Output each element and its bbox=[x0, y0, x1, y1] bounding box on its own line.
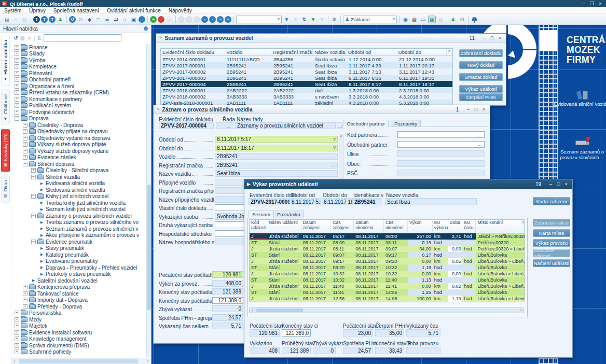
collapse-icon[interactable]: − bbox=[31, 175, 36, 179]
nov-doklad-button[interactable]: Nový doklad bbox=[459, 61, 503, 69]
desktop-icon-seznam-zaznamu[interactable]: Seznam záznamů o provozu silničních ... bbox=[553, 134, 606, 160]
expand-icon[interactable]: + bbox=[15, 58, 19, 63]
lookup-icon[interactable]: … bbox=[330, 154, 336, 159]
column-header-mj-v-konu[interactable]: MJ výkonu bbox=[433, 220, 448, 233]
tree-refresh-icon[interactable]: ↺ bbox=[13, 35, 18, 41]
v-kon-za-provoz-field[interactable]: 408,00 bbox=[212, 280, 243, 287]
collapse-icon[interactable]: − bbox=[23, 162, 27, 166]
maximize-button[interactable]: □ bbox=[473, 107, 479, 112]
tree-item[interactable]: +Importy dat - Doprava bbox=[12, 297, 151, 304]
tree-item[interactable]: +Evidence zásilek bbox=[12, 155, 151, 161]
zobrazen-dokladu-button[interactable]: Zobrazení dokladu bbox=[459, 49, 503, 57]
karta-m-sta-button[interactable]: Karta místa bbox=[533, 229, 570, 237]
event-row[interactable]: STStání08.11.201708:0008.11.201708:110,1… bbox=[250, 240, 525, 246]
tree-item[interactable]: ▶Doprava - Pneumatiky - Přehled vozidel bbox=[12, 264, 151, 271]
minimize-button[interactable]: – bbox=[580, 1, 587, 6]
tree-item[interactable]: ▶Katalog pneumatik bbox=[12, 251, 151, 258]
vyk-zan-as-celkem-field[interactable]: 5,71 bbox=[212, 323, 243, 329]
tree-item[interactable]: ▶Sledovaná silniční vozidla bbox=[12, 187, 151, 193]
v-kaz-provozu-button[interactable]: Výkaz provozu bbox=[533, 239, 570, 247]
window-controls[interactable]: –□× bbox=[481, 35, 503, 40]
lookup-icon[interactable]: … bbox=[477, 142, 483, 147]
tree-item[interactable]: +Přehledy - Doprava bbox=[12, 303, 151, 310]
expand-icon[interactable]: + bbox=[31, 168, 36, 173]
menu-pravy[interactable]: Úpravy bbox=[29, 8, 46, 13]
obdob-do-field[interactable]: 8.11.2017 18:17ᐯ bbox=[215, 145, 338, 151]
erp-n-phm-field[interactable]: 35,00 bbox=[375, 329, 404, 337]
event-row[interactable]: STStání08.11.201710:3208.11.201711:401,1… bbox=[250, 277, 525, 283]
tree-item[interactable]: +Kontejnerová přeprava bbox=[12, 284, 151, 291]
chevron-down-icon[interactable]: ᐯ bbox=[333, 146, 336, 150]
window-icon[interactable]: □ bbox=[94, 16, 102, 23]
event-row[interactable]: JJízda služební08.11.201705:1708.11.2017… bbox=[250, 233, 525, 240]
tab-pozn-mky[interactable]: Poznámky bbox=[391, 120, 421, 127]
tree-item[interactable]: +Publikační systém bbox=[12, 103, 151, 109]
kone-n-stav-c-lov-field[interactable]: 121 389,0 bbox=[282, 329, 311, 337]
scroll-up-icon[interactable]: ᐱ bbox=[447, 49, 452, 55]
monitor-icon[interactable]: ▭ bbox=[419, 16, 427, 23]
tree-item[interactable]: +Správa dokumentů (DMS) bbox=[12, 342, 151, 349]
context-help-icon[interactable]: ? bbox=[49, 16, 56, 23]
tree-item[interactable]: +Evidence instalací softwaru bbox=[12, 329, 151, 336]
event-row[interactable]: JJízda služební08.11.201712:5608.11.2017… bbox=[250, 296, 525, 302]
scroll-left-icon[interactable]: ‹ bbox=[11, 359, 18, 363]
tree-item[interactable]: +Kompletace bbox=[12, 64, 151, 71]
k-d-partnera-field[interactable]: … bbox=[397, 131, 485, 138]
tree-item[interactable]: +Obchodní partneři bbox=[12, 77, 151, 83]
minimize-button[interactable]: – bbox=[481, 35, 488, 40]
column-header-k-d-ud-losti[interactable]: Kód události bbox=[250, 220, 267, 233]
table-row[interactable]: ZPVV-2017-0000032B952412B95241Seat Ibiza… bbox=[161, 75, 452, 81]
tree-vertical-scrollbar[interactable] bbox=[146, 44, 151, 357]
tab-seznam[interactable]: Seznam bbox=[249, 211, 274, 218]
expand-icon[interactable]: + bbox=[15, 337, 19, 341]
desktop-icon-evidovana-vozidla[interactable]: Evidovaná silniční vozidla bbox=[553, 86, 606, 107]
tree-item[interactable]: +Číselníky - Silniční doprava bbox=[12, 167, 151, 174]
tree-item[interactable]: ▶Akce připojené k záznamům o provozu v bbox=[12, 232, 151, 239]
tree-item[interactable]: +Plánování bbox=[12, 70, 151, 77]
scroll-right-icon[interactable]: › bbox=[145, 359, 151, 363]
tree-item[interactable]: −Knihy jízd silničních vozidel bbox=[12, 193, 151, 200]
ulice-field[interactable] bbox=[397, 150, 485, 157]
column-header-m-sto-kon-n[interactable]: Místo konání bbox=[476, 220, 525, 233]
expand-icon[interactable]: + bbox=[15, 330, 19, 335]
tree-item[interactable]: −Záznamy o provozu silničních vozidel bbox=[12, 213, 151, 219]
tree-item[interactable]: +Souhrnné pohledy bbox=[12, 349, 151, 356]
tree-item[interactable]: +Výroba bbox=[12, 57, 151, 64]
quick-filter-combo[interactable]: ▾ bbox=[236, 16, 282, 23]
kone-n-stav-phm-field[interactable]: 33,43 bbox=[375, 347, 404, 354]
expand-icon[interactable]: + bbox=[15, 51, 19, 56]
tree-sort-icon[interactable]: ⇅ bbox=[37, 35, 41, 41]
expand-icon[interactable]: + bbox=[15, 349, 19, 354]
scroll-thumb[interactable] bbox=[19, 359, 138, 363]
tree-item[interactable]: +Výkazy služeb dopravy vydané bbox=[12, 148, 151, 155]
obchodn-partner-field[interactable]: … bbox=[397, 141, 485, 148]
nav-next-icon[interactable]: › bbox=[201, 16, 208, 23]
expand-icon[interactable]: + bbox=[15, 317, 19, 322]
table-row[interactable]: ZPVV-2014-00000111111111ABCD3B44356škoda… bbox=[161, 56, 452, 62]
tree-item[interactable]: +Číselníky - Doprava bbox=[12, 122, 151, 129]
expand-icon[interactable]: + bbox=[15, 64, 19, 69]
expand-icon[interactable]: + bbox=[15, 77, 19, 82]
lookup-icon[interactable]: … bbox=[330, 162, 336, 167]
tree-views-icon[interactable]: ▦ bbox=[20, 35, 24, 41]
event-row[interactable]: STStání08.11.201709:0708.11.201709:170,1… bbox=[250, 252, 525, 258]
filter-icon[interactable]: ▼ bbox=[283, 16, 291, 23]
identifikace-vozidla-field[interactable]: 2B95241 bbox=[352, 198, 382, 205]
sidebar-tab-novinky-19[interactable]: ▣Novinky (19) bbox=[1, 129, 10, 172]
vozidlo-field[interactable]: 2B95241… bbox=[215, 153, 338, 160]
v-kaz-ud-lost-button[interactable]: Výkaz událostí bbox=[459, 85, 503, 93]
collapse-icon[interactable]: − bbox=[31, 240, 36, 244]
po-te-n-stav-phm-field[interactable]: 23,00 bbox=[343, 329, 373, 337]
collapse-icon[interactable]: − bbox=[31, 194, 36, 199]
n-zev-vozidla-field[interactable]: Seat Ibiza bbox=[385, 198, 477, 205]
notifications-icon[interactable] bbox=[472, 17, 477, 21]
lookup-icon[interactable]: … bbox=[226, 123, 231, 129]
tree-item[interactable]: −Silniční doprava bbox=[12, 161, 151, 167]
app-window-controls[interactable]: –❐× bbox=[580, 1, 604, 6]
assistant-icon[interactable]: ♟ bbox=[57, 16, 64, 23]
chevron-down-icon[interactable]: ▾ bbox=[278, 17, 280, 21]
sort-icon[interactable]: ⇅ bbox=[300, 16, 308, 23]
scroll-thumb[interactable] bbox=[147, 185, 151, 310]
window-controls[interactable]: –□× bbox=[465, 107, 487, 112]
event-row[interactable]: JJízda služební08.11.201709:1708.11.2017… bbox=[250, 258, 525, 264]
